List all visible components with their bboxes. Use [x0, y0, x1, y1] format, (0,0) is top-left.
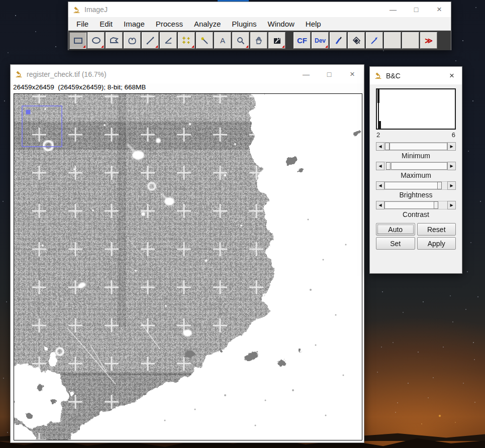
close-button[interactable]: × [442, 67, 462, 84]
menu-analyze[interactable]: Analyze [188, 20, 226, 28]
imagej-logo-icon [73, 6, 80, 14]
contrast-label: Contrast [376, 210, 456, 218]
rectangle-icon [74, 38, 82, 44]
tool-options-arrow-icon [101, 45, 104, 48]
histogram-spike [377, 89, 379, 103]
imagej-file-icon [15, 70, 23, 78]
slider-right-arrow-icon[interactable]: ▶ [447, 162, 456, 170]
minimum-slider[interactable]: ◀ ▶ [376, 142, 456, 151]
brightness-contrast-window: B&C × 2 6 ◀ ▶ Minimum ◀ [369, 66, 462, 274]
tool-brush[interactable] [330, 32, 347, 49]
imagej-file-icon [374, 72, 382, 79]
tool-polygon[interactable] [106, 32, 123, 49]
freehand-icon [128, 37, 137, 45]
window-title: ImageJ [84, 6, 108, 14]
histogram-min-label: 2 [376, 131, 380, 139]
tool-options-arrow-icon [246, 45, 248, 48]
image-window-title: register_check.tif (16.7%) [27, 70, 107, 78]
tool-empty-1[interactable] [384, 32, 401, 49]
text-tool-icon: A [220, 36, 225, 45]
set-button[interactable]: Set [376, 237, 415, 250]
tool-options-arrow-icon [325, 45, 328, 48]
tool-point[interactable] [178, 32, 195, 49]
slider-left-arrow-icon[interactable]: ◀ [376, 181, 384, 190]
tool-text[interactable]: A [214, 32, 231, 49]
minimize-button[interactable]: — [295, 65, 318, 83]
histogram [376, 88, 456, 130]
menu-process[interactable]: Process [150, 20, 188, 28]
menu-file[interactable]: File [71, 20, 94, 28]
tool-oval[interactable] [87, 32, 105, 49]
contrast-slider[interactable]: ◀ ▶ [376, 201, 456, 209]
tool-hand[interactable] [250, 32, 267, 49]
tool-empty-2[interactable] [402, 32, 419, 49]
dev-plugin-icon: Dev [315, 37, 326, 44]
imagej-main-window: ImageJ — □ × File Edit Image Process Ana… [68, 2, 451, 50]
slider-thumb[interactable] [385, 143, 390, 150]
minimize-button[interactable]: — [381, 2, 405, 17]
brightness-slider[interactable]: ◀ ▶ [376, 181, 456, 190]
tool-wand[interactable] [196, 32, 213, 49]
slider-right-arrow-icon[interactable]: ▶ [447, 201, 456, 209]
tool-cf[interactable]: CF [294, 32, 311, 49]
slider-thumb[interactable] [434, 201, 438, 209]
polygon-icon [110, 37, 119, 45]
brightness-label: Brightness [376, 191, 456, 199]
more-tools-icon: ≫ [425, 36, 433, 45]
tool-options-arrow-icon [155, 45, 158, 48]
tool-rectangle[interactable] [69, 32, 86, 49]
menu-bar: File Edit Image Process Analyze Plugins … [68, 17, 451, 31]
tool-more[interactable]: ≫ [420, 32, 437, 49]
maximum-slider[interactable]: ◀ ▶ [376, 162, 456, 170]
close-button[interactable]: × [428, 2, 451, 17]
tool-arrow[interactable] [366, 32, 383, 49]
menu-window[interactable]: Window [262, 20, 300, 28]
tool-line[interactable] [142, 32, 159, 49]
tool-angle[interactable] [160, 32, 177, 49]
slider-left-arrow-icon[interactable]: ◀ [376, 162, 384, 170]
bc-window-title: B&C [386, 72, 401, 80]
image-info-line: 26459x26459 (26459x26459); 8-bit; 668MB [11, 83, 364, 93]
menu-edit[interactable]: Edit [94, 20, 118, 28]
slider-left-arrow-icon[interactable]: ◀ [376, 142, 384, 151]
slider-thumb[interactable] [437, 182, 442, 189]
slider-right-arrow-icon[interactable]: ▶ [447, 142, 456, 151]
histogram-spike [379, 121, 381, 129]
dropper-icon [273, 36, 281, 45]
reset-button[interactable]: Reset [417, 223, 456, 236]
line-icon [146, 37, 154, 45]
tool-freehand[interactable] [124, 32, 141, 49]
maximize-button[interactable]: □ [318, 65, 341, 83]
tool-zoom[interactable] [232, 32, 249, 49]
auto-button[interactable]: Auto [376, 223, 415, 236]
hand-icon [255, 36, 263, 45]
bc-titlebar[interactable]: B&C × [370, 67, 462, 84]
maximize-button[interactable]: □ [405, 2, 428, 17]
menu-help[interactable]: Help [300, 20, 327, 28]
angle-icon [164, 37, 172, 45]
histogram-max-label: 6 [452, 131, 455, 139]
slider-right-arrow-icon[interactable]: ▶ [447, 181, 456, 190]
menu-plugins[interactable]: Plugins [226, 20, 262, 28]
oval-icon [92, 37, 101, 44]
tool-bar: A CF Dev [68, 31, 451, 50]
slider-left-arrow-icon[interactable]: ◀ [376, 201, 384, 209]
tool-fill[interactable] [348, 32, 365, 49]
tool-color-picker[interactable] [268, 32, 285, 49]
image-canvas[interactable] [14, 94, 362, 440]
paint-bucket-icon [352, 37, 361, 45]
tool-dev[interactable]: Dev [312, 32, 329, 49]
image-window-titlebar[interactable]: register_check.tif (16.7%) — □ × [11, 65, 364, 83]
tool-options-arrow-icon [282, 45, 284, 48]
slider-thumb[interactable] [386, 162, 391, 170]
minimum-label: Minimum [376, 152, 456, 160]
imagej-titlebar[interactable]: ImageJ — □ × [68, 2, 451, 17]
maximum-label: Maximum [376, 171, 456, 179]
apply-button[interactable]: Apply [417, 237, 456, 250]
wand-icon [201, 37, 209, 45]
tool-options-arrow-icon [191, 45, 194, 48]
menu-image[interactable]: Image [118, 20, 150, 28]
image-canvas-frame [14, 93, 362, 440]
roi-point-marker[interactable] [26, 110, 31, 115]
close-button[interactable]: × [341, 65, 364, 83]
